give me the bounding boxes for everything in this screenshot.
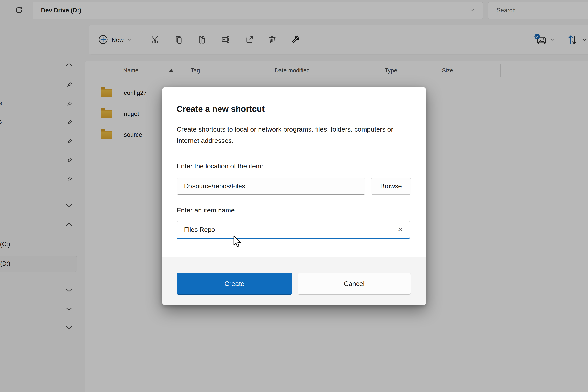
location-label: Enter the location of the item: xyxy=(176,162,412,170)
location-input[interactable] xyxy=(176,178,365,195)
dialog-footer: Create Cancel xyxy=(162,257,426,305)
mouse-cursor xyxy=(232,236,242,248)
clear-input-icon[interactable]: ✕ xyxy=(394,224,406,235)
cancel-button-label: Cancel xyxy=(344,280,364,288)
create-button[interactable]: Create xyxy=(176,273,292,294)
files-app-window: Dev Drive (D:) New xyxy=(0,0,588,392)
dialog-description: Create shortcuts to local or network pro… xyxy=(176,124,409,146)
item-name-input[interactable]: Files Repo ✕ xyxy=(176,221,410,239)
create-shortcut-dialog: Create a new shortcut Create shortcuts t… xyxy=(162,87,426,305)
item-name-label: Enter an item name xyxy=(176,206,412,214)
dialog-title: Create a new shortcut xyxy=(176,87,412,114)
item-name-value: Files Repo xyxy=(184,226,215,234)
text-caret xyxy=(216,225,216,234)
browse-button-label: Browse xyxy=(380,182,402,190)
cancel-button[interactable]: Cancel xyxy=(298,273,411,294)
browse-button[interactable]: Browse xyxy=(371,178,411,195)
create-button-label: Create xyxy=(224,280,244,288)
